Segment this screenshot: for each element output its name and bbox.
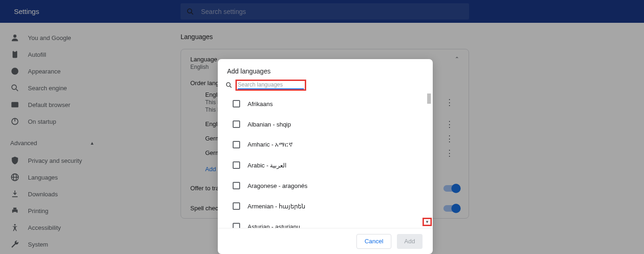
- checkbox[interactable]: [233, 182, 240, 189]
- language-option[interactable]: Albanian - shqip: [233, 114, 433, 134]
- checkbox[interactable]: [233, 161, 240, 169]
- language-option[interactable]: Armenian - հայերեն: [233, 196, 433, 216]
- language-option[interactable]: Aragonese - aragonés: [233, 175, 433, 196]
- checkbox[interactable]: [233, 100, 240, 107]
- add-button[interactable]: Add: [397, 234, 423, 249]
- language-option[interactable]: Afrikaans: [233, 94, 433, 114]
- search-highlight-box: [235, 80, 306, 91]
- language-option-label: Afrikaans: [248, 100, 273, 107]
- language-option-label: Arabic - العربية: [248, 162, 287, 169]
- checkbox[interactable]: [233, 202, 240, 210]
- language-option[interactable]: Asturian - asturianu: [233, 216, 433, 228]
- checkbox[interactable]: [233, 141, 240, 148]
- dialog-footer: Cancel Add: [218, 228, 433, 254]
- language-option[interactable]: Arabic - العربية: [233, 155, 433, 175]
- language-option-label: Aragonese - aragonés: [248, 182, 308, 189]
- search-icon: [225, 81, 233, 89]
- language-search-input[interactable]: [238, 81, 304, 89]
- language-option[interactable]: Amharic - አማርኛ: [233, 134, 433, 155]
- language-option-label: Albanian - shqip: [248, 121, 291, 128]
- checkbox[interactable]: [233, 223, 240, 228]
- cancel-button[interactable]: Cancel: [356, 234, 391, 249]
- scroll-down-arrow[interactable]: ▼: [423, 218, 432, 226]
- dialog-title: Add languages: [218, 59, 433, 80]
- language-option-label: Armenian - հայերեն: [248, 203, 305, 210]
- dialog-search-row: [218, 80, 433, 94]
- add-languages-dialog: Add languages AfrikaansAlbanian - shqipA…: [218, 59, 433, 254]
- language-list: AfrikaansAlbanian - shqipAmharic - አማርኛA…: [218, 94, 433, 228]
- checkbox[interactable]: [233, 120, 240, 128]
- scrollbar[interactable]: ▼: [425, 94, 432, 228]
- language-option-label: Asturian - asturianu: [248, 223, 300, 228]
- language-option-label: Amharic - አማርኛ: [248, 141, 293, 148]
- scroll-thumb[interactable]: [427, 94, 431, 104]
